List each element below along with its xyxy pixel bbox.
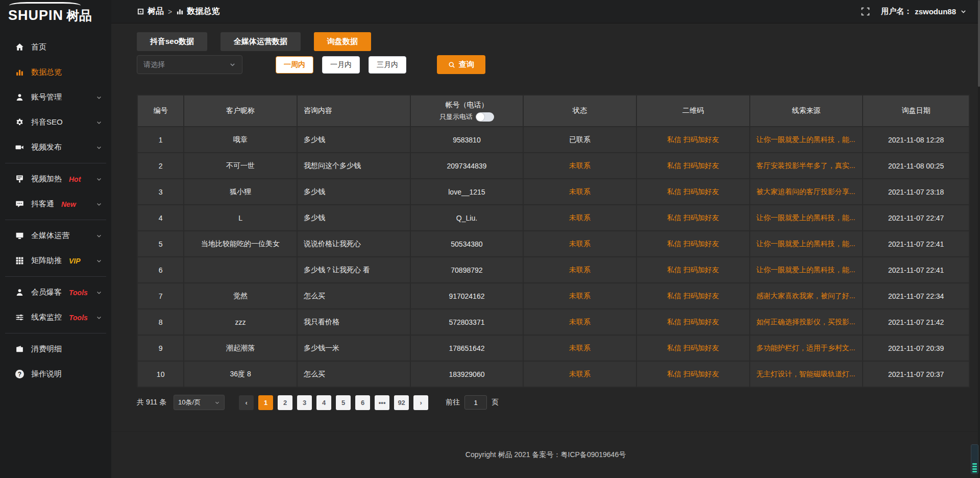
cell-qrcode[interactable]: 私信 扫码加好友 <box>636 335 750 361</box>
page-number-button[interactable]: 5 <box>336 395 351 410</box>
user-menu[interactable]: 用户名：zswodun88 <box>881 7 967 16</box>
cell-date: 2021-11-07 23:18 <box>863 179 969 205</box>
cell-source[interactable]: 无主灯设计，智能磁吸轨道灯... <box>750 361 863 387</box>
cell-source[interactable]: 让你一眼就爱上的黑科技，能... <box>750 205 863 231</box>
query-button[interactable]: 查询 <box>437 55 485 74</box>
cell-date: 2021-11-08 00:25 <box>863 153 969 179</box>
page-number-button[interactable]: 6 <box>355 395 370 410</box>
user-icon <box>15 93 24 102</box>
cell-status: 未联系 <box>523 257 636 283</box>
cell-nickname: 当地比较能吃的一位美女 <box>184 231 297 257</box>
question-icon <box>15 370 24 378</box>
total-count: 共 911 条 <box>137 398 166 407</box>
scrollbar-thumb[interactable] <box>978 0 980 87</box>
cell-no: 8 <box>137 309 184 335</box>
filter-select[interactable]: 请选择 <box>137 55 242 74</box>
sidebar-item-operation-guide[interactable]: 操作说明 <box>0 362 111 387</box>
cell-source[interactable]: 多功能护栏灯，适用于乡村文... <box>750 335 863 361</box>
breadcrumb-home[interactable]: 树品 <box>137 6 164 17</box>
sidebar-item-douyin-seo[interactable]: 抖音SEO <box>0 110 111 135</box>
fullscreen-icon[interactable] <box>861 7 870 16</box>
cell-qrcode[interactable]: 私信 扫码加好友 <box>636 361 750 387</box>
cell-nickname: 潮起潮落 <box>184 335 297 361</box>
cell-qrcode[interactable]: 私信 扫码加好友 <box>636 309 750 335</box>
cell-source[interactable]: 感谢大家喜欢我家，被问了好... <box>750 283 863 309</box>
cell-account: love__1215 <box>410 179 524 205</box>
tab-media-operation-data[interactable]: 全媒体运营数据 <box>220 32 301 51</box>
page-size-select[interactable]: 10条/页 <box>174 395 225 410</box>
tab-douyin-seo-data[interactable]: 抖音seo数据 <box>137 32 207 51</box>
table-row: 2不可一世我想问这个多少钱2097344839未联系私信 扫码加好友客厅安装投影… <box>137 153 969 179</box>
goto-page-input[interactable] <box>464 395 487 410</box>
page-number-button[interactable]: 3 <box>297 395 312 410</box>
sidebar-item-video-publish[interactable]: 视频发布 <box>0 135 111 160</box>
cell-qrcode[interactable]: 私信 扫码加好友 <box>636 127 750 153</box>
cell-source[interactable]: 让你一眼就爱上的黑科技，能... <box>750 231 863 257</box>
range-one-week-button[interactable]: 一周内 <box>276 56 313 74</box>
phone-only-toggle[interactable] <box>476 112 494 122</box>
breadcrumb-current[interactable]: 数据总览 <box>176 6 219 17</box>
sidebar-item-home[interactable]: 首页 <box>0 35 111 60</box>
col-date: 询盘日期 <box>863 95 969 127</box>
cell-no: 6 <box>137 257 184 283</box>
cell-content: 我只看价格 <box>297 309 410 335</box>
cell-nickname: L <box>184 205 297 231</box>
cell-date: 2021-11-07 20:37 <box>863 361 969 387</box>
page-ellipsis-button[interactable]: ••• <box>375 395 389 410</box>
table-row: 9潮起潮落多少钱一米178651642未联系私信 扫码加好友多功能护栏灯，适用于… <box>137 335 969 361</box>
next-page-button[interactable]: › <box>413 395 428 410</box>
sidebar-item-consumption-detail[interactable]: 消费明细 <box>0 337 111 362</box>
cell-no: 7 <box>137 283 184 309</box>
cell-source[interactable]: 让你一眼就爱上的黑科技，能... <box>750 127 863 153</box>
cell-no: 2 <box>137 153 184 179</box>
chevron-down-icon <box>96 119 102 126</box>
cell-content: 说说价格让我死心 <box>297 231 410 257</box>
page-number-button[interactable]: 4 <box>316 395 331 410</box>
range-one-month-button[interactable]: 一月内 <box>322 56 360 74</box>
chevron-down-icon <box>96 176 102 182</box>
chevron-down-icon <box>96 290 102 296</box>
sidebar-item-label: 矩阵助推 <box>31 256 62 266</box>
cell-source[interactable]: 被大家追着问的客厅投影分享... <box>750 179 863 205</box>
sidebar-item-matrix-boost[interactable]: 矩阵助推 VIP <box>0 248 111 273</box>
sidebar-nav: 首页 数据总览 账号管理 抖音SEO 视频发布 视频加热 Hot <box>0 31 111 478</box>
cell-source[interactable]: 如何正确选择投影仪，买投影... <box>750 309 863 335</box>
sidebar-item-member-burst[interactable]: 会员爆客 Tools <box>0 280 111 305</box>
sidebar-item-doukettong[interactable]: 抖客通 New <box>0 192 111 217</box>
page-number-button[interactable]: 2 <box>278 395 292 410</box>
logo-text-cn: 树品 <box>66 8 92 22</box>
logo-arc <box>9 2 81 9</box>
cell-qrcode[interactable]: 私信 扫码加好友 <box>636 179 750 205</box>
sidebar-item-media-operation[interactable]: 全媒体运营 <box>0 223 111 248</box>
page-number-button[interactable]: 1 <box>258 395 273 410</box>
sidebar-item-account-management[interactable]: 账号管理 <box>0 85 111 110</box>
cell-account: 183929060 <box>410 361 524 387</box>
corner-extension-widget[interactable] <box>971 444 978 474</box>
cell-qrcode[interactable]: 私信 扫码加好友 <box>636 231 750 257</box>
page-number-button[interactable]: 92 <box>394 395 409 410</box>
sidebar-item-clue-monitor[interactable]: 线索监控 Tools <box>0 305 111 330</box>
sidebar-item-video-heating[interactable]: 视频加热 Hot <box>0 166 111 192</box>
member-icon <box>15 288 24 297</box>
inquiry-table: 编号 客户昵称 咨询内容 帐号（电话） 只显示电话 <box>137 94 970 388</box>
cell-qrcode[interactable]: 私信 扫码加好友 <box>636 283 750 309</box>
prev-page-button[interactable]: ‹ <box>239 395 254 410</box>
cell-source[interactable]: 客厅安装投影半年多了，真实... <box>750 153 863 179</box>
browser-scrollbar[interactable] <box>978 0 980 478</box>
sidebar-item-data-overview[interactable]: 数据总览 <box>0 60 111 85</box>
sidebar-divider <box>5 220 106 220</box>
cell-qrcode[interactable]: 私信 扫码加好友 <box>636 153 750 179</box>
cell-content: 怎么买 <box>297 361 410 387</box>
cell-status: 未联系 <box>523 153 636 179</box>
range-three-months-button[interactable]: 三月内 <box>369 56 406 74</box>
tab-inquiry-data[interactable]: 询盘数据 <box>314 32 371 51</box>
logo[interactable]: SHUPIN树品 <box>0 0 111 31</box>
video-publish-icon <box>15 143 24 152</box>
footer: Copyright 树品 2021 备案号：粤ICP备09019646号 <box>111 431 980 478</box>
cell-qrcode[interactable]: 私信 扫码加好友 <box>636 205 750 231</box>
page-list: 123456•••92 <box>258 395 409 410</box>
data-tabs: 抖音seo数据 全媒体运营数据 询盘数据 <box>137 32 970 51</box>
cell-content: 多少钱？让我死心 看 <box>297 257 410 283</box>
cell-qrcode[interactable]: 私信 扫码加好友 <box>636 257 750 283</box>
cell-source[interactable]: 让你一眼就爱上的黑科技，能... <box>750 257 863 283</box>
